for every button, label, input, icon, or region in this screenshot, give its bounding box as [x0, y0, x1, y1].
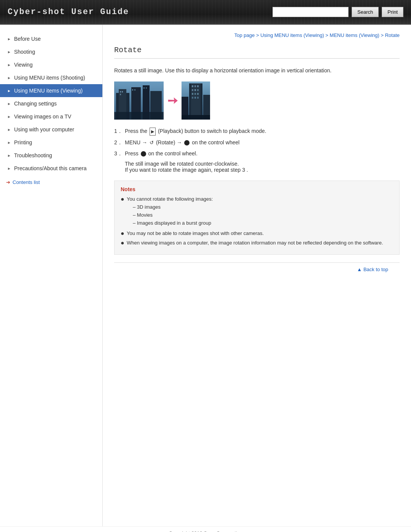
note-1-sub-1: 3D images: [133, 203, 213, 211]
copyright: Copyright 2012 Sony Corporation: [0, 526, 411, 532]
footer-nav: ▲ Back to top: [114, 262, 400, 276]
sidebar-arrow-3: ►: [7, 76, 11, 80]
page-title: Rotate: [114, 46, 400, 59]
svg-rect-31: [182, 115, 210, 120]
note-3-text: When viewing images on a computer, the i…: [127, 239, 383, 247]
sidebar-label-7: Using with your computer: [14, 126, 74, 133]
svg-rect-10: [134, 89, 135, 91]
svg-rect-7: [122, 91, 123, 93]
content-area: Top page > Using MENU items (Viewing) > …: [103, 25, 411, 526]
sidebar-arrow-10: ►: [7, 166, 11, 171]
bullet-1: ●: [121, 195, 127, 203]
steps-section: 1． Press the ▶ (Playback) button to swit…: [114, 127, 400, 173]
sidebar-item-1[interactable]: ►Shooting: [0, 45, 102, 58]
search-input[interactable]: [272, 7, 349, 17]
step-3-sub: The still image will be rotated counter-…: [125, 161, 400, 173]
svg-rect-16: [191, 83, 201, 120]
svg-rect-12: [146, 87, 147, 89]
step-3-content: Press on the control wheel.: [125, 150, 400, 158]
note-1-content: You cannot rotate the following images: …: [127, 195, 213, 227]
search-button[interactable]: Search: [352, 7, 379, 17]
svg-rect-9: [132, 89, 133, 91]
sidebar-item-3[interactable]: ►Using MENU items (Shooting): [0, 71, 102, 84]
rotate-symbol: ↺: [150, 139, 154, 147]
sidebar-item-4[interactable]: ►Using MENU items (Viewing): [0, 84, 102, 97]
breadcrumb-rotate[interactable]: Rotate: [385, 32, 400, 38]
notes-list: ● You cannot rotate the following images…: [121, 195, 393, 247]
rotate-demo-images: ➙: [114, 81, 400, 120]
building-after-svg: [182, 81, 210, 120]
breadcrumb-using-menu-viewing[interactable]: Using MENU items (Viewing): [260, 32, 324, 38]
svg-rect-13: [114, 112, 164, 120]
step-3-sub-2: If you want to rotate the image again, r…: [125, 167, 400, 173]
step-2-content: MENU → ↺ (Rotate) → on the control wheel: [125, 139, 400, 147]
sidebar-arrow-2: ►: [7, 63, 11, 67]
svg-rect-23: [192, 93, 193, 95]
svg-rect-21: [194, 89, 196, 91]
sidebar-label-8: Printing: [14, 139, 32, 145]
step-2: 2． MENU → ↺ (Rotate) → on the control wh…: [114, 139, 400, 147]
arrow-right-icon: ➔: [6, 179, 10, 185]
note-1-sub-3: Images displayed in a burst group: [133, 219, 213, 227]
rotate-arrow: ➙: [167, 93, 178, 108]
control-wheel-icon-2: [184, 140, 190, 145]
notes-title: Notes: [121, 186, 393, 192]
breadcrumb-top-page[interactable]: Top page: [234, 32, 255, 38]
svg-rect-25: [197, 93, 199, 95]
note-2-text: You may not be able to rotate images sho…: [127, 230, 264, 237]
triangle-up-icon: ▲: [357, 267, 362, 272]
sidebar-item-0[interactable]: ►Before Use: [0, 32, 102, 45]
sidebar-label-3: Using MENU items (Shooting): [14, 75, 85, 81]
control-wheel-icon-3: [141, 151, 146, 157]
sidebar-arrow-1: ►: [7, 50, 11, 54]
playback-icon: ▶: [150, 128, 156, 136]
building-before-svg: [114, 81, 164, 120]
back-to-top-link[interactable]: ▲ Back to top: [357, 267, 388, 272]
sidebar-item-10[interactable]: ►Precautions/About this camera: [0, 162, 102, 175]
contents-list-label: Contents list: [13, 179, 40, 185]
note-1-text: You cannot rotate the following images:: [127, 196, 213, 202]
sidebar-item-5[interactable]: ►Changing settings: [0, 97, 102, 110]
svg-rect-28: [197, 97, 199, 99]
sidebar: ►Before Use►Shooting►Viewing►Using MENU …: [0, 25, 103, 526]
header-controls: Search Print: [272, 7, 403, 17]
sidebar-label-6: Viewing images on a TV: [14, 113, 71, 120]
sidebar-label-5: Changing settings: [14, 101, 57, 107]
svg-rect-8: [120, 94, 121, 95]
contents-list-link[interactable]: ➔ Contents list: [0, 175, 102, 190]
page-description: Rotates a still image. Use this to displ…: [114, 66, 400, 75]
svg-rect-22: [197, 89, 199, 91]
svg-rect-20: [192, 89, 193, 91]
sidebar-label-2: Viewing: [14, 62, 33, 68]
main-layout: ►Before Use►Shooting►Viewing►Using MENU …: [0, 25, 411, 526]
sidebar-arrow-0: ►: [7, 37, 11, 41]
svg-rect-11: [143, 87, 145, 89]
note-item-2: ● You may not be able to rotate images s…: [121, 230, 393, 237]
sidebar-label-4: Using MENU items (Viewing): [14, 88, 83, 94]
svg-rect-19: [197, 85, 199, 87]
sidebar-arrow-7: ►: [7, 128, 11, 132]
sidebar-label-9: Troubleshooting: [14, 152, 52, 158]
sidebar-label-10: Precautions/About this camera: [14, 165, 87, 171]
bullet-3: ●: [121, 239, 127, 246]
print-button[interactable]: Print: [382, 7, 403, 17]
note-1-sublist: 3D images Movies Images displayed in a b…: [133, 203, 213, 227]
header: Cyber-shot User Guide Search Print: [0, 0, 411, 25]
breadcrumb-menu-items-viewing[interactable]: MENU items (Viewing): [330, 32, 379, 38]
note-1-sub-2: Movies: [133, 211, 213, 219]
site-title: Cyber-shot User Guide: [8, 7, 129, 17]
sidebar-arrow-4: ►: [7, 89, 11, 93]
sidebar-item-7[interactable]: ►Using with your computer: [0, 123, 102, 136]
bullet-2: ●: [121, 230, 127, 237]
sidebar-item-6[interactable]: ►Viewing images on a TV: [0, 110, 102, 123]
sidebar-arrow-6: ►: [7, 115, 11, 119]
sidebar-item-8[interactable]: ►Printing: [0, 136, 102, 149]
sidebar-item-9[interactable]: ►Troubleshooting: [0, 149, 102, 162]
note-item-3: ● When viewing images on a computer, the…: [121, 239, 393, 247]
step-1: 1． Press the ▶ (Playback) button to swit…: [114, 127, 400, 136]
sidebar-arrow-9: ►: [7, 153, 11, 158]
image-before: [114, 81, 164, 120]
svg-rect-6: [120, 91, 121, 93]
step-3: 3． Press on the control wheel.: [114, 150, 400, 158]
sidebar-item-2[interactable]: ►Viewing: [0, 58, 102, 71]
